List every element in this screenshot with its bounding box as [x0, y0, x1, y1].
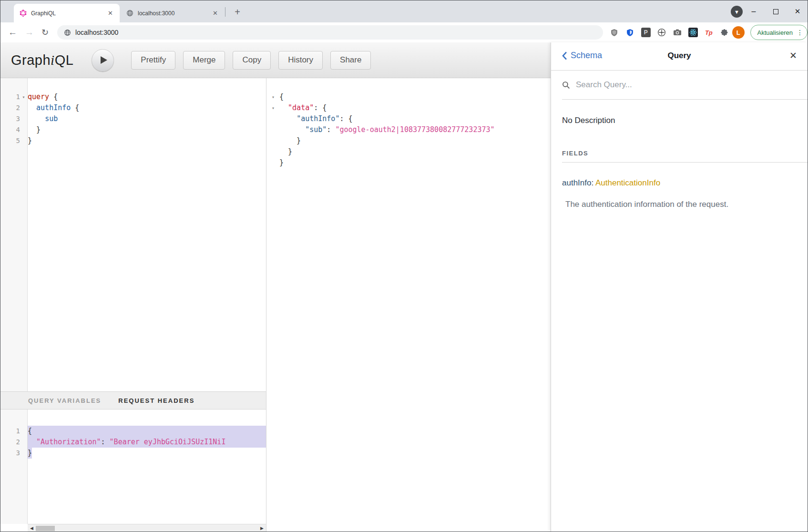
- ublock-extension-icon[interactable]: [610, 28, 619, 37]
- execute-query-button[interactable]: [92, 49, 114, 72]
- editors-area: 1▾2345 query { authInfo { sub }} QUERY V…: [0, 78, 551, 532]
- doc-field-authinfo: authInfo: AuthenticationInfo: [562, 178, 796, 188]
- doc-divider: [562, 162, 808, 163]
- doc-explorer-panel: Schema Query ✕ No Description FIELDS aut…: [551, 42, 808, 532]
- browser-window: GraphiQL ✕ localhost:3000 ✕ + ▼ – ✕ ← → …: [0, 0, 808, 532]
- hscrollbar-right-arrow-icon[interactable]: ▶: [260, 526, 264, 531]
- tab-separator: [225, 7, 225, 17]
- code-line: "Authorization": "Bearer eyJhbGciOiJSUzI…: [28, 437, 266, 448]
- url-text: localhost:3000: [75, 29, 118, 36]
- gutter-row: 2: [0, 102, 27, 113]
- gutter-row: 3: [0, 448, 27, 459]
- result-pane[interactable]: ▾▾ { "data": { "authInfo": { "sub": "goo…: [267, 78, 551, 532]
- query-editor-code[interactable]: query { authInfo { sub }}: [28, 78, 266, 391]
- site-globe-icon: [64, 29, 71, 36]
- graphiql-topbar: GraphiQL Prettify Merge Copy History Sha…: [0, 42, 551, 78]
- tab-localhost[interactable]: localhost:3000 ✕: [121, 4, 225, 22]
- graphql-logo-icon: [20, 10, 27, 17]
- browser-address-bar: ← → ↻ localhost:3000 P: [0, 22, 808, 42]
- doc-field-name-link[interactable]: authInfo: [562, 178, 591, 187]
- code-line: }: [28, 448, 266, 459]
- code-line: sub: [28, 113, 266, 124]
- merge-button[interactable]: Merge: [183, 51, 225, 70]
- tab-close-icon[interactable]: ✕: [106, 9, 115, 18]
- gutter-row: [267, 124, 279, 135]
- move-crosshair-extension-icon[interactable]: [657, 28, 666, 37]
- reload-icon[interactable]: ↻: [41, 27, 49, 38]
- code-line: "sub": "google-oauth2|108377380082777232…: [279, 124, 551, 135]
- headers-editor-code[interactable]: { "Authorization": "Bearer eyJhbGciOiJSU…: [28, 409, 266, 524]
- camera-extension-icon[interactable]: [673, 28, 682, 37]
- new-tab-button[interactable]: +: [231, 5, 244, 19]
- gutter-row: [267, 157, 279, 168]
- doc-field-description: The authentication information of the re…: [565, 200, 796, 209]
- hscrollbar-left-arrow-icon[interactable]: ◀: [30, 526, 33, 531]
- code-line: authInfo {: [28, 102, 266, 113]
- code-line: }: [28, 135, 266, 146]
- tp-extension-icon[interactable]: Tp: [704, 28, 714, 37]
- url-bar[interactable]: localhost:3000: [57, 25, 603, 40]
- query-editor[interactable]: 1▾2345 query { authInfo { sub }}: [0, 78, 266, 391]
- tab-request-headers[interactable]: REQUEST HEADERS: [118, 397, 194, 404]
- tab-query-variables[interactable]: QUERY VARIABLES: [28, 397, 101, 404]
- page-content: GraphiQL Prettify Merge Copy History Sha…: [0, 42, 808, 532]
- extensions-puzzle-icon[interactable]: [720, 28, 729, 37]
- back-icon[interactable]: ←: [8, 27, 17, 38]
- profile-avatar[interactable]: L: [732, 26, 745, 39]
- browser-menu-icon[interactable]: ⋮: [797, 29, 803, 36]
- gutter-row: [267, 146, 279, 157]
- fold-arrow-icon[interactable]: ▾: [270, 102, 277, 113]
- gutter-row: 1: [0, 426, 27, 437]
- p-extension-letter: P: [644, 29, 648, 36]
- bitwarden-extension-icon[interactable]: [625, 28, 635, 37]
- gutter-row: 4: [0, 124, 27, 135]
- result-json: { "data": { "authInfo": { "sub": "google…: [279, 78, 551, 532]
- code-line: }: [279, 146, 551, 157]
- code-line: }: [28, 124, 266, 135]
- window-maximize-button[interactable]: [765, 0, 786, 22]
- tab-graphiql[interactable]: GraphiQL ✕: [14, 4, 120, 22]
- gutter-row: 3: [0, 113, 27, 124]
- hscrollbar-track[interactable]: ◀ ▶: [28, 524, 266, 532]
- history-button[interactable]: History: [278, 51, 323, 70]
- graphiql-main: GraphiQL Prettify Merge Copy History Sha…: [0, 42, 551, 532]
- window-close-button[interactable]: ✕: [787, 0, 808, 22]
- query-editor-gutter: 1▾2345: [0, 78, 28, 391]
- code-line: query {: [28, 92, 266, 102]
- code-line: "authInfo": {: [279, 113, 551, 124]
- request-headers-editor[interactable]: 123 { "Authorization": "Bearer eyJhbGciO…: [0, 409, 266, 524]
- play-icon: [100, 56, 108, 64]
- doc-search-input[interactable]: [575, 80, 784, 90]
- doc-close-icon[interactable]: ✕: [789, 50, 797, 61]
- copy-button[interactable]: Copy: [233, 51, 271, 70]
- graphiql-logo: GraphiQL: [11, 52, 73, 68]
- doc-field-type-link[interactable]: AuthenticationInfo: [595, 178, 660, 187]
- p-extension-icon[interactable]: P: [641, 28, 651, 37]
- fold-arrow-icon[interactable]: ▾: [20, 92, 27, 102]
- maximize-icon: [773, 9, 778, 14]
- doc-search-row: [562, 71, 808, 100]
- update-browser-button[interactable]: Aktualisieren ⋮: [750, 25, 808, 40]
- browser-update-icon[interactable]: ▼: [731, 6, 743, 18]
- search-icon: [562, 81, 570, 89]
- tab-close-icon[interactable]: ✕: [211, 9, 220, 18]
- headers-editor-gutter: 123: [0, 409, 28, 524]
- tab-title: GraphiQL: [31, 10, 106, 17]
- code-line: "data": {: [279, 102, 551, 113]
- doc-title: Query: [551, 51, 808, 61]
- left-pane: 1▾2345 query { authInfo { sub }} QUERY V…: [0, 78, 266, 532]
- code-line: {: [279, 92, 551, 102]
- doc-field-colon: :: [591, 178, 593, 187]
- code-line: }: [279, 157, 551, 168]
- gutter-row: 2: [0, 437, 27, 448]
- forward-icon: →: [25, 27, 34, 38]
- hscrollbar-thumb[interactable]: [36, 526, 55, 531]
- update-browser-label: Aktualisieren: [757, 29, 793, 36]
- share-button[interactable]: Share: [330, 51, 371, 70]
- prettify-button[interactable]: Prettify: [131, 51, 175, 70]
- code-line: {: [28, 426, 266, 437]
- fold-arrow-icon[interactable]: ▾: [270, 92, 277, 102]
- window-minimize-button[interactable]: –: [743, 0, 764, 22]
- react-devtools-extension-icon[interactable]: [688, 28, 698, 37]
- doc-explorer-header: Schema Query ✕: [551, 42, 808, 71]
